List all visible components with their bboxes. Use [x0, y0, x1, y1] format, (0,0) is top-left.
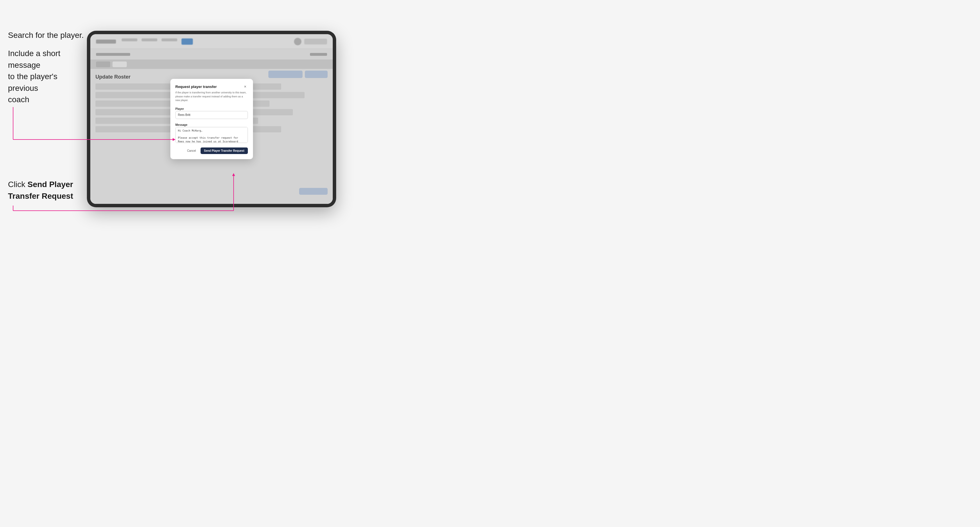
device-frame: Update Roster Request player transfer × … [87, 31, 336, 207]
annotation-click: Click Send PlayerTransfer Request [8, 179, 85, 202]
device-screen: Update Roster Request player transfer × … [90, 34, 333, 204]
modal-footer: Cancel Send Player Transfer Request [175, 148, 248, 154]
send-transfer-button[interactable]: Send Player Transfer Request [200, 148, 248, 154]
modal-title: Request player transfer [175, 84, 217, 89]
message-label: Message [175, 123, 188, 126]
modal-header: Request player transfer × [175, 84, 248, 89]
modal-dialog: Request player transfer × If the player … [170, 79, 253, 159]
annotation-message: Include a short messageto the player's p… [8, 48, 86, 106]
player-label: Player [175, 107, 184, 111]
annotation-click-bold: Send PlayerTransfer Request [8, 180, 73, 200]
modal-close-button[interactable]: × [243, 84, 248, 89]
modal-description: If the player is transferring from anoth… [175, 91, 248, 103]
annotation-search: Search for the player. [8, 31, 84, 40]
message-textarea[interactable]: Hi Coach McHarg, Please accept this tran… [175, 127, 248, 143]
cancel-button[interactable]: Cancel [185, 148, 198, 154]
player-input[interactable] [175, 111, 248, 119]
modal-overlay: Request player transfer × If the player … [90, 34, 333, 204]
